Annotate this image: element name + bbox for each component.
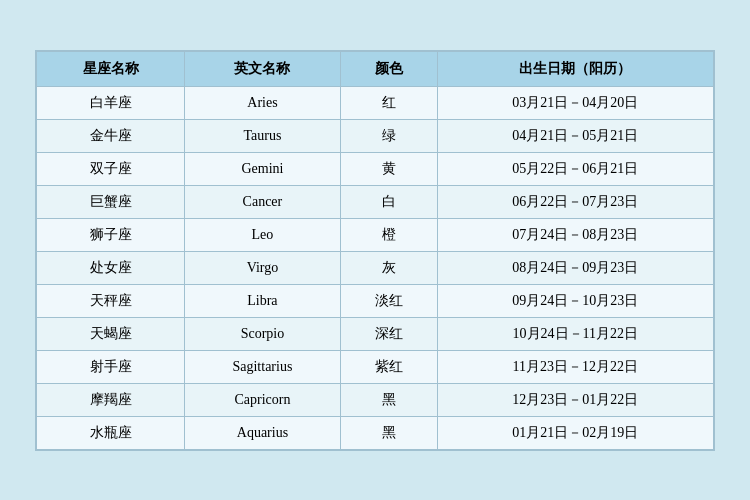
- table-row: 水瓶座Aquarius黑01月21日－02月19日: [37, 416, 714, 449]
- cell-chinese-name: 摩羯座: [37, 383, 185, 416]
- cell-chinese-name: 水瓶座: [37, 416, 185, 449]
- cell-chinese-name: 白羊座: [37, 86, 185, 119]
- table-row: 狮子座Leo橙07月24日－08月23日: [37, 218, 714, 251]
- cell-chinese-name: 天蝎座: [37, 317, 185, 350]
- cell-dates: 08月24日－09月23日: [437, 251, 713, 284]
- table-row: 白羊座Aries红03月21日－04月20日: [37, 86, 714, 119]
- cell-dates: 09月24日－10月23日: [437, 284, 713, 317]
- cell-english-name: Aries: [185, 86, 340, 119]
- table-row: 天秤座Libra淡红09月24日－10月23日: [37, 284, 714, 317]
- cell-dates: 12月23日－01月22日: [437, 383, 713, 416]
- cell-dates: 11月23日－12月22日: [437, 350, 713, 383]
- cell-chinese-name: 双子座: [37, 152, 185, 185]
- table-header-row: 星座名称 英文名称 颜色 出生日期（阳历）: [37, 51, 714, 86]
- cell-chinese-name: 金牛座: [37, 119, 185, 152]
- cell-chinese-name: 射手座: [37, 350, 185, 383]
- cell-dates: 01月21日－02月19日: [437, 416, 713, 449]
- cell-color: 白: [340, 185, 437, 218]
- cell-dates: 06月22日－07月23日: [437, 185, 713, 218]
- cell-english-name: Scorpio: [185, 317, 340, 350]
- cell-english-name: Aquarius: [185, 416, 340, 449]
- cell-color: 深红: [340, 317, 437, 350]
- zodiac-table: 星座名称 英文名称 颜色 出生日期（阳历） 白羊座Aries红03月21日－04…: [36, 51, 714, 450]
- cell-english-name: Cancer: [185, 185, 340, 218]
- cell-chinese-name: 巨蟹座: [37, 185, 185, 218]
- cell-chinese-name: 狮子座: [37, 218, 185, 251]
- cell-color: 橙: [340, 218, 437, 251]
- cell-dates: 03月21日－04月20日: [437, 86, 713, 119]
- table-row: 射手座Sagittarius紫红11月23日－12月22日: [37, 350, 714, 383]
- cell-color: 灰: [340, 251, 437, 284]
- cell-dates: 10月24日－11月22日: [437, 317, 713, 350]
- cell-english-name: Sagittarius: [185, 350, 340, 383]
- cell-english-name: Leo: [185, 218, 340, 251]
- cell-chinese-name: 处女座: [37, 251, 185, 284]
- cell-dates: 07月24日－08月23日: [437, 218, 713, 251]
- table-body: 白羊座Aries红03月21日－04月20日金牛座Taurus绿04月21日－0…: [37, 86, 714, 449]
- cell-dates: 05月22日－06月21日: [437, 152, 713, 185]
- cell-chinese-name: 天秤座: [37, 284, 185, 317]
- table-row: 摩羯座Capricorn黑12月23日－01月22日: [37, 383, 714, 416]
- table-row: 双子座Gemini黄05月22日－06月21日: [37, 152, 714, 185]
- cell-dates: 04月21日－05月21日: [437, 119, 713, 152]
- table-row: 天蝎座Scorpio深红10月24日－11月22日: [37, 317, 714, 350]
- cell-color: 黑: [340, 383, 437, 416]
- zodiac-table-container: 星座名称 英文名称 颜色 出生日期（阳历） 白羊座Aries红03月21日－04…: [35, 50, 715, 451]
- table-row: 处女座Virgo灰08月24日－09月23日: [37, 251, 714, 284]
- header-birth-date: 出生日期（阳历）: [437, 51, 713, 86]
- header-chinese-name: 星座名称: [37, 51, 185, 86]
- cell-english-name: Libra: [185, 284, 340, 317]
- cell-english-name: Capricorn: [185, 383, 340, 416]
- cell-english-name: Virgo: [185, 251, 340, 284]
- cell-color: 红: [340, 86, 437, 119]
- header-english-name: 英文名称: [185, 51, 340, 86]
- cell-color: 紫红: [340, 350, 437, 383]
- cell-color: 淡红: [340, 284, 437, 317]
- table-row: 巨蟹座Cancer白06月22日－07月23日: [37, 185, 714, 218]
- header-color: 颜色: [340, 51, 437, 86]
- cell-color: 黑: [340, 416, 437, 449]
- cell-english-name: Gemini: [185, 152, 340, 185]
- table-row: 金牛座Taurus绿04月21日－05月21日: [37, 119, 714, 152]
- cell-color: 黄: [340, 152, 437, 185]
- cell-color: 绿: [340, 119, 437, 152]
- cell-english-name: Taurus: [185, 119, 340, 152]
